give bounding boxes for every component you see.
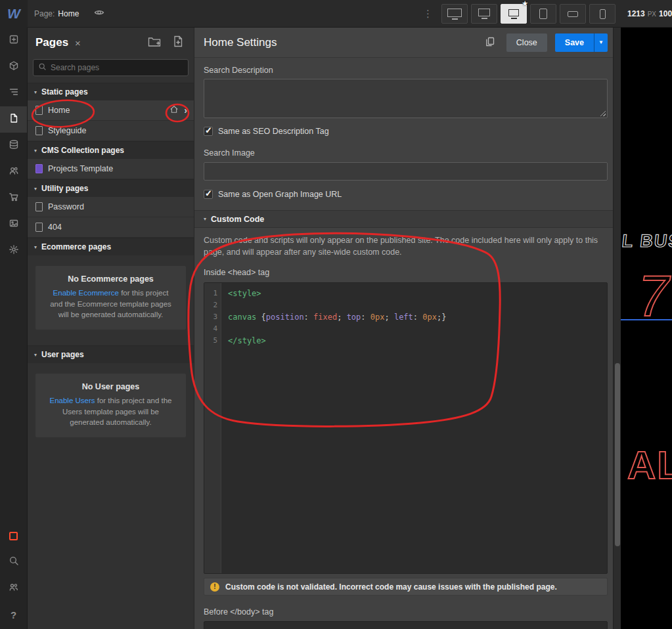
pages-section-header[interactable]: ▾Utility pages	[28, 179, 194, 197]
scrollbar-thumb[interactable]	[615, 363, 620, 546]
code-line: 2	[204, 299, 607, 311]
desktop-base-icon	[508, 9, 519, 19]
page-settings-chevron-icon[interactable]: ›	[184, 106, 187, 115]
pages-section-header[interactable]: ▾User pages	[28, 345, 194, 363]
settings-button[interactable]	[0, 238, 27, 264]
image-icon	[9, 218, 19, 231]
page-item-password[interactable]: Password	[28, 197, 194, 217]
code-text	[221, 323, 228, 335]
add-folder-button[interactable]	[146, 35, 162, 51]
search-description-textarea[interactable]	[204, 79, 608, 118]
desktop-xl-icon	[447, 9, 462, 20]
page-item-404[interactable]: 404	[28, 217, 194, 238]
assets-button[interactable]	[0, 211, 27, 238]
help-button[interactable]: ?	[0, 603, 27, 629]
zoom-value[interactable]: 100	[659, 9, 672, 18]
canvas-divider-line	[621, 319, 672, 320]
page-item-styleguide[interactable]: Styleguide	[28, 121, 194, 141]
head-code-editor[interactable]: 1<style>23canvas {position: fixed; top: …	[204, 282, 608, 574]
cart-icon	[9, 192, 19, 205]
enable-link[interactable]: Enable Users	[49, 397, 95, 404]
page-doc-icon	[35, 106, 43, 115]
page-item-home[interactable]: Home›	[28, 100, 194, 121]
enable-link[interactable]: Enable Ecommerce	[53, 289, 119, 297]
page-settings-panel: Home Settings Close Save ▼ Search Descri…	[194, 28, 613, 629]
page-name: Styleguide	[48, 126, 86, 135]
collapse-triangle-icon: ▾	[34, 89, 37, 95]
code-line: 4	[204, 323, 607, 335]
left-toolbar: ?	[0, 28, 28, 629]
pages-panel: Pages × ▾Static pagesHome›Styleguide▾CMS…	[28, 28, 194, 629]
pages-section-header[interactable]: ▾Ecommerce pages	[28, 238, 194, 255]
pages-button[interactable]	[0, 106, 27, 133]
custom-code-section-header[interactable]: ▾ Custom Code	[194, 210, 613, 228]
ecommerce-button[interactable]	[0, 185, 27, 211]
database-icon	[9, 139, 19, 152]
breakpoint-desktop-xl[interactable]	[441, 4, 468, 24]
same-seo-label: Same as SEO Description Tag	[218, 127, 329, 136]
page-name: 404	[48, 223, 62, 232]
vertical-scrollbar[interactable]	[613, 28, 621, 629]
duplicate-settings-button[interactable]	[482, 34, 499, 51]
question-icon: ?	[11, 609, 16, 620]
save-options-button[interactable]: ▼	[594, 33, 608, 52]
add-page-button[interactable]	[170, 35, 186, 51]
page-item-projects-template[interactable]: Projects Template	[28, 159, 194, 179]
save-button[interactable]: Save	[555, 33, 594, 52]
breakpoint-phone-portrait[interactable]	[589, 4, 616, 24]
warning-icon: !	[210, 582, 219, 592]
tablet-icon	[539, 9, 547, 19]
custom-code-label: Custom Code	[211, 215, 264, 224]
plus-icon	[9, 34, 19, 47]
preview-button[interactable]	[91, 6, 108, 22]
resize-grip-icon[interactable]	[600, 110, 606, 116]
components-button[interactable]	[0, 54, 27, 80]
more-options-icon[interactable]: ⋮	[423, 7, 433, 20]
code-line: 3canvas {position: fixed; top: 0px; left…	[204, 311, 607, 323]
phone-portrait-icon	[600, 9, 606, 19]
page-breadcrumb-label: Page:	[34, 9, 55, 18]
pages-section-header[interactable]: ▾CMS Collection pages	[28, 141, 194, 159]
breakpoint-desktop-large[interactable]	[471, 4, 497, 24]
settings-body: Search Description Same as SEO Descripti…	[194, 58, 613, 629]
navigator-button[interactable]	[0, 80, 27, 106]
pages-panel-title: Pages	[35, 36, 68, 49]
record-button[interactable]	[0, 524, 27, 550]
breakpoint-tablet[interactable]	[530, 4, 556, 24]
body-code-editor[interactable]	[204, 621, 608, 629]
collapse-triangle-icon: ▾	[204, 216, 206, 222]
users-button[interactable]	[0, 159, 27, 185]
empty-state-box: No Ecommerce pagesEnable Ecommerce for t…	[35, 266, 186, 330]
pages-search[interactable]	[33, 59, 189, 76]
breakpoint-phone-landscape[interactable]	[560, 4, 586, 24]
pages-section-header[interactable]: ▾Static pages	[28, 83, 194, 100]
code-line: 1<style>	[204, 288, 607, 299]
community-button[interactable]	[0, 576, 27, 603]
same-og-checkbox[interactable]	[204, 190, 213, 199]
canvas-text-fragment-top: L BUS	[621, 231, 672, 251]
collapse-triangle-icon: ▾	[34, 186, 37, 192]
pages-section-label: User pages	[41, 350, 84, 359]
cms-button[interactable]	[0, 133, 27, 159]
add-elements-button[interactable]	[0, 28, 27, 54]
page-breadcrumb-name[interactable]: Home	[58, 9, 79, 18]
cube-icon	[9, 60, 19, 74]
settings-header: Home Settings Close Save ▼	[194, 28, 613, 58]
desktop-large-icon	[478, 9, 490, 19]
close-panel-icon[interactable]: ×	[75, 37, 81, 49]
page-name: Projects Template	[48, 164, 113, 173]
close-button[interactable]: Close	[506, 33, 547, 52]
page-doc-icon	[35, 202, 43, 211]
pages-section-label: Ecommerce pages	[41, 242, 111, 251]
canvas-width-value[interactable]: 1213	[627, 9, 645, 18]
search-pages-input[interactable]	[51, 63, 183, 72]
webflow-logo[interactable]: W	[0, 0, 28, 28]
search-icon	[38, 62, 47, 74]
empty-state-body: Enable Users for this project and the Us…	[46, 395, 175, 428]
zoom-button[interactable]	[0, 550, 27, 576]
same-seo-checkbox[interactable]	[204, 127, 213, 136]
search-image-input[interactable]	[204, 162, 608, 181]
breakpoint-desktop-base[interactable]: ★	[501, 4, 527, 24]
empty-state-title: No User pages	[46, 382, 175, 391]
collapse-triangle-icon: ▾	[34, 352, 37, 358]
